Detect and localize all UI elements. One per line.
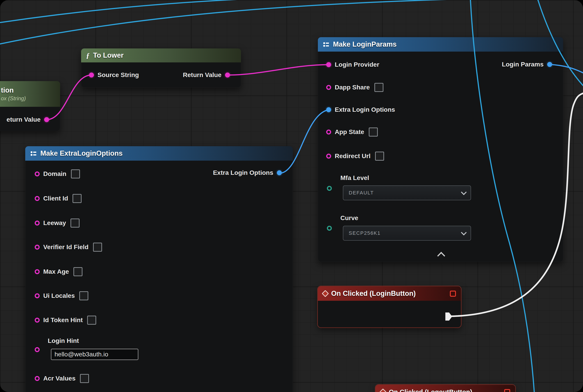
checkbox-app-state[interactable] bbox=[369, 128, 378, 136]
node-header[interactable]: On Clicked (LoginButton) bbox=[318, 286, 461, 301]
make-struct-icon bbox=[30, 150, 37, 156]
exec-out-pin[interactable] bbox=[445, 312, 452, 320]
checkbox-dapp-share[interactable] bbox=[374, 83, 384, 92]
pin-extra-login-options-in[interactable] bbox=[326, 107, 331, 112]
pin-row: Login Provider bbox=[318, 58, 563, 72]
event-icon bbox=[379, 388, 386, 392]
checkbox-verifier-id-field[interactable] bbox=[93, 243, 102, 252]
pin-redirect-url[interactable] bbox=[326, 154, 331, 158]
checkbox-domain[interactable] bbox=[71, 170, 80, 178]
pin-row: Max Age bbox=[25, 265, 293, 278]
pin-label: Extra Login Options bbox=[335, 106, 395, 113]
delegate-pin[interactable] bbox=[450, 290, 456, 297]
event-icon bbox=[322, 290, 329, 297]
pin-row: App State bbox=[318, 125, 563, 139]
checkbox-acr-values[interactable] bbox=[80, 374, 89, 383]
pin-return-value[interactable] bbox=[225, 72, 230, 78]
checkbox-id-token-hint[interactable] bbox=[87, 316, 96, 325]
pin-row: Verifier Id Field bbox=[25, 240, 293, 254]
checkbox-ui-locales[interactable] bbox=[79, 291, 88, 300]
pin-max-age[interactable] bbox=[35, 269, 40, 274]
pin-row: Domain bbox=[25, 167, 293, 181]
dropdown-value: SECP256K1 bbox=[349, 230, 381, 236]
node-to-lower[interactable]: ƒ To Lower Source String Return Value bbox=[81, 48, 241, 88]
blueprint-canvas[interactable]: tion ox (String) eturn Value ƒ To Lower … bbox=[0, 0, 583, 392]
mfa-level-dropdown[interactable]: DEFAULT bbox=[343, 186, 471, 200]
pin-row: Dapp Share bbox=[318, 81, 563, 94]
pin-acr-values[interactable] bbox=[35, 376, 40, 381]
pin-row: Acr Values bbox=[25, 372, 293, 385]
pin-label: Dapp Share bbox=[335, 84, 370, 91]
pin-label: Client Id bbox=[43, 195, 68, 202]
pin-curve[interactable] bbox=[327, 226, 332, 231]
pin-label: Acr Values bbox=[43, 375, 76, 382]
node-partial-left[interactable]: tion ox (String) eturn Value bbox=[0, 81, 60, 131]
node-subtitle: ox (String) bbox=[1, 95, 26, 102]
pin-dapp-share[interactable] bbox=[326, 85, 331, 90]
pin-label: Login Provider bbox=[335, 61, 379, 68]
node-header[interactable]: Make LoginParams bbox=[318, 37, 563, 52]
checkbox-client-id[interactable] bbox=[72, 194, 82, 203]
collapse-node-chevron[interactable] bbox=[437, 252, 445, 260]
pin-row: Redirect Url bbox=[318, 149, 563, 163]
pin-id-token-hint[interactable] bbox=[35, 318, 40, 322]
pin-mfa-level[interactable] bbox=[327, 186, 332, 191]
pin-label: Max Age bbox=[43, 268, 69, 275]
node-make-loginparams[interactable]: Make LoginParams Login Params Login Prov… bbox=[318, 37, 563, 262]
pin-label: Ui Locales bbox=[43, 292, 75, 300]
pin-row: Leeway bbox=[25, 216, 293, 230]
node-title: On Clicked (LogoutButton) bbox=[389, 388, 472, 392]
node-title: On Clicked (LoginButton) bbox=[331, 290, 416, 298]
chevron-down-icon bbox=[461, 189, 466, 195]
pin-login-hint[interactable] bbox=[35, 347, 40, 352]
pin-label: Leeway bbox=[43, 220, 66, 227]
pin-client-id[interactable] bbox=[35, 196, 40, 201]
delegate-pin[interactable] bbox=[504, 389, 510, 392]
pin-label: Id Token Hint bbox=[43, 316, 83, 324]
pin-label: Verifier Id Field bbox=[43, 244, 88, 251]
pin-row: Source String Return Value bbox=[81, 68, 241, 82]
checkbox-max-age[interactable] bbox=[74, 267, 82, 276]
chevron-down-icon bbox=[461, 230, 466, 235]
node-header[interactable]: On Clicked (LogoutButton) bbox=[376, 385, 515, 392]
wire-tolower-to-provider[interactable] bbox=[228, 65, 329, 75]
node-header[interactable]: Make ExtraLoginOptions bbox=[25, 146, 293, 161]
pin-row: Client Id bbox=[25, 192, 293, 205]
node-onclicked-logoutbutton[interactable]: On Clicked (LogoutButton) bbox=[376, 385, 515, 392]
pin-row: eturn Value bbox=[0, 113, 60, 126]
pin-source-string[interactable] bbox=[89, 72, 94, 78]
curve-dropdown[interactable]: SECP256K1 bbox=[343, 226, 471, 240]
pin-label: Curve bbox=[340, 214, 358, 222]
pin-leeway[interactable] bbox=[35, 220, 40, 226]
node-onclicked-loginbutton[interactable]: On Clicked (LoginButton) bbox=[318, 286, 461, 327]
pin-label: eturn Value bbox=[6, 116, 40, 123]
pin-label: App State bbox=[335, 128, 364, 136]
pin-row: Id Token Hint bbox=[25, 313, 293, 327]
make-struct-icon bbox=[323, 42, 330, 48]
pin-label: Domain bbox=[43, 170, 66, 178]
pin-login-provider[interactable] bbox=[326, 62, 331, 67]
login-hint-input[interactable] bbox=[51, 349, 138, 360]
pin-label: Mfa Level bbox=[340, 174, 369, 182]
pin-label: Source String bbox=[98, 72, 139, 79]
pin-label: Redirect Url bbox=[335, 152, 370, 160]
node-title: Make ExtraLoginOptions bbox=[40, 149, 122, 158]
dropdown-value: DEFAULT bbox=[349, 190, 374, 196]
node-header[interactable]: ƒ To Lower bbox=[81, 48, 241, 62]
checkbox-leeway[interactable] bbox=[70, 218, 80, 228]
pin-verifier-id-field[interactable] bbox=[35, 245, 40, 250]
pin-ui-locales[interactable] bbox=[35, 293, 40, 298]
node-title: tion bbox=[1, 86, 14, 94]
pin-return-value[interactable] bbox=[44, 117, 49, 122]
node-title: Make LoginParams bbox=[333, 40, 397, 48]
pin-label: Login Hint bbox=[48, 337, 79, 344]
pin-app-state[interactable] bbox=[326, 130, 331, 134]
node-make-extraloginoptions[interactable]: Make ExtraLoginOptions Extra Login Optio… bbox=[25, 146, 293, 392]
pin-row: Ui Locales bbox=[25, 289, 293, 302]
pin-domain[interactable] bbox=[35, 172, 40, 176]
checkbox-redirect-url[interactable] bbox=[375, 152, 384, 161]
node-header[interactable]: tion ox (String) bbox=[0, 81, 60, 107]
function-icon: ƒ bbox=[86, 51, 90, 60]
wire-cyan-top-short[interactable] bbox=[0, 0, 254, 22]
pin-label: Return Value bbox=[183, 72, 222, 79]
